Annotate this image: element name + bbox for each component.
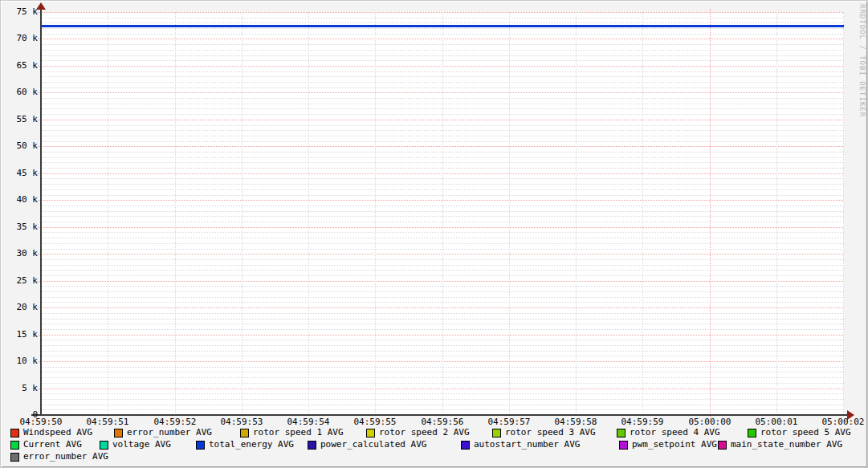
legend-item: rotor speed 3 AVG — [492, 428, 596, 437]
legend-item: error_number AVG — [114, 428, 212, 437]
legend-label: Windspeed AVG — [23, 428, 92, 437]
graph-stage: 05 k10 k15 k20 k25 k30 k35 k40 k45 k50 k… — [1, 1, 868, 468]
legend-swatch — [10, 453, 19, 462]
legend-item: Windspeed AVG — [10, 428, 92, 437]
legend-swatch — [718, 441, 727, 450]
watermark: RRDTOOL / TOBI OETIKER — [858, 4, 866, 117]
legend-swatch — [10, 429, 19, 437]
legend-swatch — [114, 429, 123, 437]
legend-item: total_energy AVG — [196, 440, 294, 450]
legend-swatch — [240, 429, 249, 437]
legend-swatch — [748, 429, 756, 437]
legend-label: main_state_number AVG — [731, 440, 842, 450]
legend-swatch — [308, 441, 316, 450]
legend-label: power_calculated AVG — [320, 440, 426, 450]
legend-item: voltage AVG — [100, 440, 171, 450]
legend-item: autostart_number AVG — [461, 440, 580, 450]
legend-label: error_number AVG — [23, 452, 108, 462]
legend-item: main_state_number AVG — [718, 440, 842, 450]
legend-swatch — [100, 441, 108, 450]
legend-item: pwm_setpoint AVG — [619, 440, 717, 450]
legend-label: rotor speed 3 AVG — [505, 428, 596, 437]
legend: Windspeed AVGerror_number AVGrotor speed… — [1, 1, 868, 468]
legend-swatch — [10, 441, 19, 450]
legend-label: total_energy AVG — [209, 440, 294, 450]
legend-label: autostart_number AVG — [474, 440, 580, 450]
legend-label: rotor speed 4 AVG — [630, 428, 720, 437]
legend-label: pwm_setpoint AVG — [632, 440, 717, 450]
legend-item: Current AVG — [10, 440, 82, 450]
legend-item: rotor speed 4 AVG — [617, 428, 720, 437]
legend-item: rotor speed 5 AVG — [748, 428, 851, 437]
legend-label: rotor speed 1 AVG — [253, 428, 344, 437]
legend-item: power_calculated AVG — [308, 440, 426, 450]
legend-label: error_number AVG — [127, 428, 212, 437]
legend-label: Current AVG — [23, 440, 82, 450]
legend-label: rotor speed 5 AVG — [760, 428, 851, 437]
legend-swatch — [492, 429, 501, 437]
legend-label: voltage AVG — [112, 440, 171, 450]
legend-swatch — [196, 441, 205, 450]
legend-item: error_number AVG — [10, 452, 108, 462]
legend-swatch — [366, 429, 375, 437]
rrdtool-graph: 05 k10 k15 k20 k25 k30 k35 k40 k45 k50 k… — [0, 0, 868, 468]
legend-label: rotor speed 2 AVG — [379, 428, 470, 437]
legend-swatch — [617, 429, 626, 437]
legend-item: rotor speed 2 AVG — [366, 428, 470, 437]
legend-swatch — [619, 441, 628, 450]
legend-item: rotor speed 1 AVG — [240, 428, 344, 437]
legend-swatch — [461, 441, 470, 450]
